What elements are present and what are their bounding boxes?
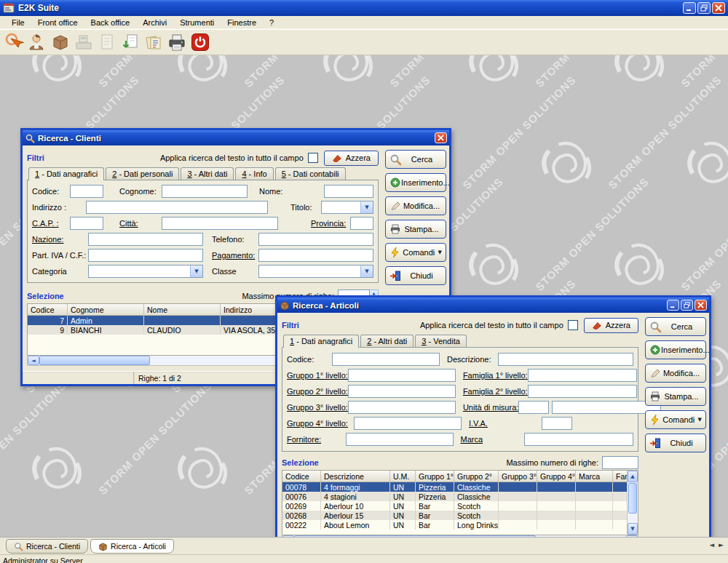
scroll-up-icon[interactable]: ▲ bbox=[628, 471, 638, 482]
articoli-comandi-button[interactable]: Comandi▼ bbox=[645, 410, 706, 429]
column-header[interactable]: Marca bbox=[576, 471, 613, 482]
menu-archivi[interactable]: Archivi bbox=[137, 17, 173, 28]
articoli-azzera-button[interactable]: Azzera bbox=[584, 318, 638, 333]
articoli-tab-vendita[interactable]: 3 - Vendita bbox=[415, 335, 467, 347]
menu-help[interactable]: ? bbox=[264, 17, 280, 28]
clienti-nome-input[interactable] bbox=[324, 185, 373, 198]
articoli-tab-altri-dati[interactable]: 2 - Altri dati bbox=[360, 335, 414, 347]
clienti-close-button[interactable] bbox=[435, 132, 447, 143]
clienti-tab-dati-personali[interactable]: 2 - Dati personali bbox=[106, 167, 179, 180]
toolbar-document-button[interactable] bbox=[96, 31, 118, 53]
articoli-fulltext-checkbox[interactable] bbox=[568, 320, 578, 330]
scrollbar-thumb[interactable] bbox=[628, 483, 637, 514]
task-tab-clienti[interactable]: Ricerca - Clienti bbox=[6, 539, 88, 554]
column-header[interactable]: Gruppo 4° bbox=[537, 471, 576, 482]
articoli-famiglia1-label[interactable]: Famiglia 1° livello: bbox=[463, 371, 528, 380]
toolbar-touch-button[interactable] bbox=[3, 31, 25, 53]
scrollbar-track[interactable] bbox=[536, 535, 626, 537]
column-header[interactable]: Codice bbox=[28, 304, 68, 316]
articoli-gruppo4-label[interactable]: Gruppo 4° livello: bbox=[287, 419, 354, 428]
toolbar-notes-button[interactable] bbox=[143, 31, 165, 53]
articoli-max-rows-input[interactable] bbox=[602, 456, 638, 469]
articoli-fornitore-input[interactable] bbox=[346, 433, 454, 446]
column-header[interactable]: Gruppo 3° bbox=[499, 471, 537, 482]
clienti-azzera-button[interactable]: Azzera bbox=[324, 151, 379, 166]
clienti-cerca-button[interactable]: Cerca bbox=[385, 150, 446, 169]
clienti-tab-dati-contabili[interactable]: 5 - Dati contabili bbox=[275, 167, 346, 180]
table-row[interactable]: 00269Aberlour 10UNBarScotch10 bbox=[282, 501, 627, 511]
articoli-horizontal-scrollbar[interactable]: ◄ ► bbox=[282, 535, 638, 537]
articoli-titlebar[interactable]: Ricerca - Articoli bbox=[277, 298, 709, 313]
table-row[interactable]: 000784 formaggiUNPizzeriaClassiche10 bbox=[282, 482, 627, 492]
clienti-nazione-label[interactable]: Nazione: bbox=[32, 235, 88, 244]
clienti-cognome-input[interactable] bbox=[162, 185, 248, 198]
column-header[interactable]: U.M. bbox=[390, 471, 416, 482]
articoli-gruppo1-input[interactable] bbox=[348, 369, 456, 382]
clienti-cap-input[interactable] bbox=[70, 217, 103, 230]
scroll-right-icon[interactable]: ► bbox=[626, 535, 638, 537]
menu-file[interactable]: File bbox=[6, 17, 31, 28]
articoli-descrizione-input[interactable] bbox=[498, 353, 633, 366]
scrollbar-thumb[interactable] bbox=[39, 356, 150, 365]
articoli-restore-button[interactable] bbox=[681, 300, 693, 311]
task-tab-articoli[interactable]: Ricerca - Articoli bbox=[90, 539, 174, 554]
articoli-vertical-scrollbar[interactable]: ▲ ▼ bbox=[627, 471, 638, 535]
chevron-down-icon[interactable]: ▼ bbox=[190, 265, 202, 277]
column-header[interactable]: Famiglia 1° bbox=[613, 471, 628, 482]
articoli-unita-input[interactable] bbox=[518, 401, 549, 414]
articoli-gruppo3-label[interactable]: Gruppo 3° livello: bbox=[287, 403, 348, 412]
clienti-provincia-input[interactable] bbox=[350, 217, 373, 230]
clienti-codice-input[interactable] bbox=[70, 185, 103, 198]
articoli-gruppo3-input[interactable] bbox=[348, 401, 456, 414]
clienti-citta-input[interactable] bbox=[162, 217, 278, 230]
toolbar-register-button[interactable] bbox=[73, 31, 95, 53]
scroll-left-icon[interactable]: ◄ bbox=[282, 535, 294, 537]
table-row[interactable]: 00268Aberlour 15UNBarScotch10 bbox=[282, 511, 627, 520]
articoli-tab-dati-anagrafici[interactable]: 1 - Dati anagrafici bbox=[283, 335, 359, 348]
clienti-modifica-button[interactable]: Modifica... bbox=[385, 196, 446, 215]
clienti-categoria-select[interactable]: ▼ bbox=[88, 265, 203, 278]
menu-back-office[interactable]: Back office bbox=[85, 17, 136, 28]
articoli-codice-input[interactable] bbox=[332, 353, 440, 366]
menu-strumenti[interactable]: Strumenti bbox=[174, 17, 220, 28]
restore-button[interactable] bbox=[697, 2, 711, 14]
articoli-cerca-button[interactable]: Cerca bbox=[645, 317, 706, 336]
chevron-down-icon[interactable]: ▼ bbox=[698, 417, 702, 423]
toolbar-import-button[interactable] bbox=[119, 31, 141, 53]
articoli-marca-input[interactable] bbox=[524, 433, 633, 446]
scroll-left-icon[interactable]: ◄ bbox=[28, 356, 39, 365]
clienti-inserimento-button[interactable]: Inserimento... bbox=[385, 173, 446, 192]
scroll-down-icon[interactable]: ▼ bbox=[628, 523, 638, 535]
toolbar-articles-button[interactable] bbox=[50, 31, 71, 53]
menu-finestre[interactable]: Finestre bbox=[221, 17, 262, 28]
clienti-tab-info[interactable]: 4 - Info bbox=[235, 167, 273, 180]
tab-scroll-left-icon[interactable]: ◄ bbox=[709, 541, 714, 548]
column-header[interactable]: Gruppo 1° bbox=[416, 471, 454, 482]
scrollbar-track[interactable] bbox=[628, 514, 638, 523]
scrollbar-thumb[interactable] bbox=[294, 535, 536, 537]
chevron-down-icon[interactable]: ▼ bbox=[360, 265, 373, 277]
clienti-titlebar[interactable]: Ricerca - Clienti bbox=[23, 130, 449, 145]
articoli-inserimento-button[interactable]: Inserimento... bbox=[645, 340, 706, 359]
table-row[interactable]: 00222About LemonUNBarLong Drinks10 bbox=[282, 520, 627, 530]
clienti-stampa-button[interactable]: ComandiStampa... bbox=[385, 220, 446, 239]
toolbar-clients-button[interactable] bbox=[26, 31, 48, 53]
clienti-pagamento-input[interactable] bbox=[258, 249, 373, 262]
menu-front-office[interactable]: Front office bbox=[32, 17, 84, 28]
clienti-indirizzo-input[interactable] bbox=[86, 201, 268, 214]
articoli-close-button[interactable] bbox=[695, 300, 707, 311]
articoli-iva-input[interactable] bbox=[542, 417, 572, 430]
toolbar-power-button[interactable] bbox=[189, 31, 211, 53]
articoli-modifica-button[interactable]: Modifica... bbox=[645, 364, 706, 383]
articoli-famiglia1-input[interactable] bbox=[528, 369, 637, 382]
clienti-citta-label[interactable]: Città: bbox=[119, 219, 162, 228]
articoli-gruppo4-input[interactable] bbox=[354, 417, 462, 430]
articoli-chiudi-button[interactable]: Chiudi bbox=[645, 434, 706, 452]
minimize-button[interactable] bbox=[683, 2, 696, 14]
articoli-unita-label[interactable]: Unità di misura: bbox=[463, 403, 518, 412]
table-row[interactable]: 000764 stagioniUNPizzeriaClassiche10 bbox=[282, 492, 627, 501]
chevron-down-icon[interactable]: ▼ bbox=[438, 249, 442, 255]
articoli-marca-label[interactable]: Marca bbox=[461, 435, 525, 444]
clienti-comandi-button[interactable]: Comandi▼ bbox=[385, 243, 446, 262]
articoli-gruppo2-label[interactable]: Gruppo 2° livello: bbox=[287, 387, 348, 396]
